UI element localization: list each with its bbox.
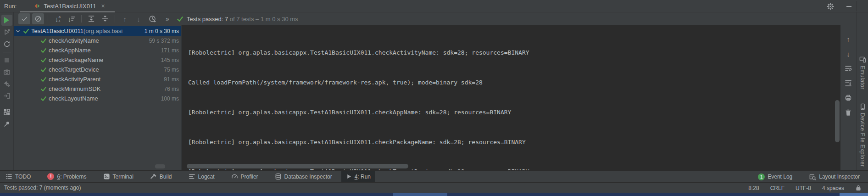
taskbar-segment bbox=[393, 193, 447, 196]
encoding-widget[interactable]: UTF-8 bbox=[796, 185, 811, 191]
test-tree-item[interactable]: checkTargetDevice 75 ms bbox=[14, 65, 181, 74]
test-tree-item[interactable]: checkLayoutName 100 ms bbox=[14, 94, 181, 103]
status-message: Tests passed: 7 (moments ago) bbox=[4, 185, 81, 191]
rerun-tests-button[interactable] bbox=[1, 15, 12, 26]
test-duration: 76 ms bbox=[164, 86, 181, 92]
attach-debugger-button[interactable] bbox=[1, 78, 12, 90]
tool-button-run-active[interactable]: 4: Run bbox=[341, 171, 375, 183]
rerun-automatically-toggle[interactable] bbox=[1, 39, 12, 50]
toolbar-separator bbox=[3, 52, 11, 52]
test-tree-item[interactable]: checkMinimumSDK 76 ms bbox=[14, 84, 181, 94]
todo-list-icon bbox=[6, 173, 12, 180]
unlocked-icon[interactable] bbox=[855, 185, 862, 191]
down-arrow-icon: ↓ bbox=[68, 15, 72, 23]
stop-button[interactable] bbox=[1, 55, 12, 66]
terminal-icon bbox=[103, 173, 110, 180]
test-tree-item[interactable]: checkPackageName 145 ms bbox=[14, 55, 181, 65]
test-name: checkActivityParent bbox=[49, 76, 100, 83]
test-passed-icon bbox=[40, 57, 47, 63]
tool-button-label: Layout Inspector bbox=[819, 174, 860, 180]
run-tab-testa1basicuix011[interactable]: TestA1BasicUIX011 × bbox=[30, 0, 108, 12]
test-duration: 91 ms bbox=[164, 76, 181, 83]
pin-tab-button[interactable] bbox=[1, 118, 12, 129]
run-left-toolbar bbox=[0, 12, 14, 170]
collapse-all-button[interactable] bbox=[99, 13, 111, 24]
tool-button-todo[interactable]: TODO bbox=[1, 171, 35, 183]
tool-button-problems[interactable]: ! 6: Problems bbox=[43, 171, 91, 183]
tool-window-bar: TODO ! 6: Problems Terminal Build bbox=[0, 170, 868, 182]
print-button[interactable] bbox=[843, 92, 854, 103]
sort-alphabetically-button[interactable]: ↓ az bbox=[52, 13, 64, 24]
test-tree-item[interactable]: checkActivityName 59 s 372 ms bbox=[14, 36, 181, 45]
previous-failed-test-button[interactable]: ↑ bbox=[119, 13, 131, 24]
tests-passed-icon bbox=[177, 16, 184, 22]
test-tree-item[interactable]: checkActivityParent 91 ms bbox=[14, 74, 181, 84]
test-history-button[interactable] bbox=[146, 13, 158, 24]
toolbar-separator bbox=[48, 15, 48, 22]
suite-duration: 1 m 0 s 30 ms bbox=[145, 28, 181, 34]
up-arrow-icon: ↑ bbox=[123, 15, 127, 23]
close-tab-icon[interactable]: × bbox=[101, 2, 105, 10]
tool-button-label: Database Inspector bbox=[284, 174, 332, 180]
up-stack-trace-button[interactable]: ↑ bbox=[843, 34, 854, 45]
taskbar-segment bbox=[840, 193, 868, 196]
caret-position-widget[interactable]: 8:28 bbox=[748, 185, 759, 191]
tool-button-label: Event Log bbox=[768, 174, 792, 180]
test-name: checkActivityName bbox=[49, 37, 99, 44]
clear-all-button[interactable] bbox=[843, 107, 854, 118]
tool-button-layout-inspector[interactable]: Layout Inspector bbox=[804, 171, 864, 183]
show-passed-toggle[interactable] bbox=[18, 13, 30, 24]
test-passed-icon bbox=[40, 86, 47, 92]
console-vertical-scrollbar[interactable] bbox=[835, 100, 840, 142]
test-suite-row[interactable]: TestA1BasicUIX011 (org.aplas.basi 1 m 0 … bbox=[14, 26, 181, 36]
chevron-down-icon[interactable] bbox=[16, 29, 22, 34]
play-icon bbox=[4, 17, 9, 23]
test-passed-icon bbox=[40, 38, 47, 44]
profiler-gauge-icon bbox=[231, 173, 238, 180]
settings-gear-icon[interactable] bbox=[825, 1, 836, 12]
toolbar-overflow-icon[interactable]: » bbox=[166, 15, 169, 22]
test-name: checkAppName bbox=[49, 47, 91, 54]
console-line: [Robolectric] org.aplas.basicappx.TestA1… bbox=[188, 48, 840, 58]
tool-button-event-log[interactable]: 1 Event Log bbox=[753, 171, 797, 183]
test-duration: 75 ms bbox=[164, 67, 181, 73]
test-passed-icon bbox=[40, 67, 47, 73]
test-tree-item[interactable]: checkAppName 171 ms bbox=[14, 45, 181, 55]
tree-horizontal-scrollbar[interactable] bbox=[155, 164, 165, 168]
next-failed-test-button[interactable]: ↓ bbox=[133, 13, 145, 24]
sort-by-duration-button[interactable]: ↓ bbox=[66, 13, 78, 24]
tool-button-emulator[interactable]: Emulator bbox=[857, 56, 868, 90]
run-label: Run: bbox=[4, 3, 17, 10]
tool-button-label: Terminal bbox=[113, 174, 134, 180]
indent-widget[interactable]: 4 spaces bbox=[822, 185, 844, 191]
tool-button-logcat[interactable]: Logcat bbox=[184, 171, 219, 183]
layout-inspector-icon bbox=[809, 174, 816, 180]
console-horizontal-scrollbar[interactable] bbox=[187, 164, 408, 168]
down-stack-trace-button[interactable]: ↓ bbox=[843, 48, 854, 59]
test-name: checkLayoutName bbox=[49, 95, 98, 102]
database-icon bbox=[275, 173, 282, 180]
tool-button-database-inspector[interactable]: Database Inspector bbox=[270, 171, 337, 183]
device-file-explorer-icon bbox=[859, 103, 866, 110]
test-passed-icon bbox=[40, 47, 47, 54]
restore-layout-button[interactable] bbox=[1, 106, 12, 118]
scroll-to-end-button[interactable] bbox=[843, 78, 854, 89]
header-divider bbox=[856, 1, 857, 11]
tool-button-terminal[interactable]: Terminal bbox=[99, 171, 138, 183]
event-log-badge: 1 bbox=[758, 174, 765, 180]
run-play-icon bbox=[346, 174, 352, 179]
run-tool-window-header: Run: TestA1BasicUIX011 × bbox=[0, 0, 868, 12]
show-ignored-toggle[interactable] bbox=[32, 13, 44, 24]
thread-dump-camera-icon[interactable] bbox=[1, 67, 12, 78]
tool-button-profiler[interactable]: Profiler bbox=[227, 171, 263, 183]
console-output[interactable]: [Robolectric] org.aplas.basicappx.TestA1… bbox=[182, 25, 840, 170]
tool-button-build[interactable]: Build bbox=[145, 171, 177, 183]
expand-all-button[interactable] bbox=[85, 13, 97, 24]
import-tests-button[interactable] bbox=[1, 90, 12, 101]
tool-button-device-file-explorer[interactable]: Device File Explorer bbox=[857, 103, 868, 167]
hide-tool-window-icon[interactable] bbox=[843, 1, 854, 12]
soft-wrap-toggle[interactable] bbox=[843, 63, 854, 74]
rerun-failed-tests-button[interactable] bbox=[1, 27, 12, 38]
line-ending-widget[interactable]: CRLF bbox=[770, 185, 785, 191]
summary-passed-count: Tests passed: 7 bbox=[187, 16, 228, 22]
